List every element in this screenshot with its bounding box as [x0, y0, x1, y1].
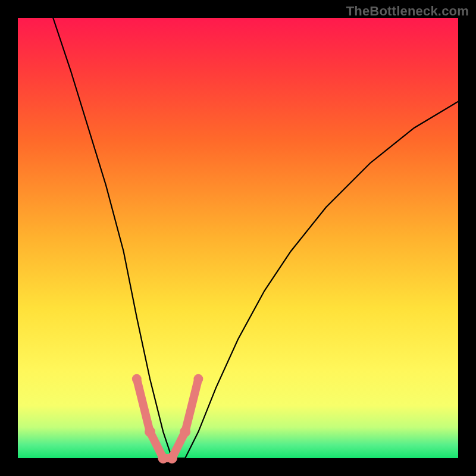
svg-point-1 — [145, 427, 155, 437]
svg-point-0 — [132, 374, 142, 384]
watermark-text: TheBottleneck.com — [346, 4, 469, 19]
svg-point-5 — [193, 374, 203, 384]
highlight-segment — [132, 374, 203, 464]
outer-frame: TheBottleneck.com — [0, 0, 476, 476]
chart-svg — [18, 18, 458, 458]
svg-point-3 — [167, 453, 177, 464]
bottleneck-curve — [53, 18, 458, 458]
svg-point-4 — [180, 427, 190, 437]
